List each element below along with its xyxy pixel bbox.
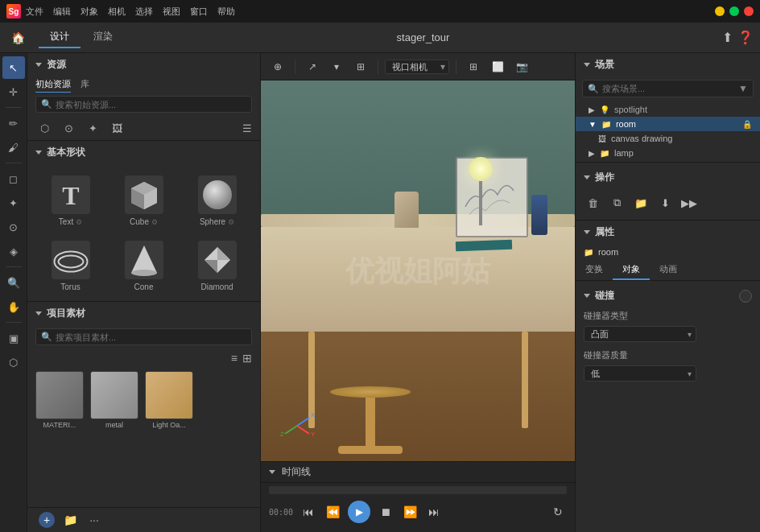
tab-initial-assets[interactable]: 初始资源 bbox=[35, 76, 71, 93]
grab-tool-btn[interactable]: ✋ bbox=[2, 295, 25, 318]
camera-tool-btn[interactable]: ⊙ bbox=[2, 216, 25, 238]
assets-header[interactable]: 资源 bbox=[27, 53, 260, 76]
export-icon[interactable]: ⬆ bbox=[722, 30, 733, 45]
move-tool-btn[interactable]: ✛ bbox=[2, 80, 25, 103]
shape-cone[interactable]: Cone bbox=[109, 234, 179, 296]
shape-sphere-settings[interactable]: ⚙ bbox=[228, 218, 234, 226]
stop-btn[interactable]: ⏹ bbox=[377, 503, 394, 521]
props-tab-animation[interactable]: 动画 bbox=[650, 260, 687, 280]
svg-text:X: X bbox=[311, 411, 316, 419]
select-tool-btn[interactable]: ↖ bbox=[2, 56, 25, 79]
tab-render[interactable]: 渲染 bbox=[82, 27, 124, 48]
props-header[interactable]: 属性 bbox=[576, 221, 760, 244]
scene-item-room[interactable]: ▼ 📁 room 🔒 bbox=[576, 117, 760, 131]
step-forward-btn[interactable]: ⏩ bbox=[401, 503, 419, 521]
props-tab-object[interactable]: 对象 bbox=[613, 260, 650, 280]
move-gizmo-btn[interactable]: ↗ bbox=[302, 56, 323, 77]
project-list-view-btn[interactable]: ≡ bbox=[231, 352, 238, 365]
menu-object[interactable]: 对象 bbox=[81, 6, 98, 18]
timeline-header[interactable]: 时间线 bbox=[261, 462, 575, 483]
collider-header[interactable]: 碰撞 bbox=[576, 284, 760, 307]
tab-design[interactable]: 设计 bbox=[39, 27, 81, 48]
shapes-header[interactable]: 基本形状 bbox=[27, 141, 260, 164]
step-back-btn[interactable]: ⏪ bbox=[324, 503, 341, 521]
duplicate-btn[interactable]: ⧉ bbox=[606, 192, 627, 213]
scene-filter-btn[interactable]: ▼ bbox=[738, 83, 748, 94]
menu-camera[interactable]: 相机 bbox=[108, 6, 126, 18]
home-button[interactable]: 🏠 bbox=[6, 27, 29, 49]
tab-library[interactable]: 库 bbox=[81, 76, 89, 93]
shape-tool-btn[interactable]: ◻ bbox=[2, 167, 25, 190]
environment-btn[interactable]: ◈ bbox=[2, 240, 25, 262]
anim-btn[interactable]: ▶▶ bbox=[679, 192, 700, 213]
menu-help[interactable]: 帮助 bbox=[217, 6, 235, 18]
light-tool-btn[interactable]: ✦ bbox=[2, 192, 25, 214]
grid-btn[interactable]: ⊞ bbox=[463, 56, 484, 77]
menu-window[interactable]: 窗口 bbox=[190, 6, 208, 18]
sphere-filter-btn[interactable]: ⊙ bbox=[60, 119, 77, 137]
dropdown-arrow-btn[interactable]: ▾ bbox=[326, 56, 347, 77]
shape-diamond[interactable]: Diamond bbox=[182, 234, 252, 296]
material-metal[interactable]: metal bbox=[90, 371, 138, 429]
collider-toggle[interactable] bbox=[739, 290, 752, 303]
scene-item-lamp[interactable]: ▶ 📁 lamp bbox=[576, 146, 760, 160]
window-controls bbox=[715, 6, 754, 16]
shape-torus[interactable]: Torus bbox=[35, 234, 105, 296]
camera-select[interactable]: 视口相机 透视相机 正交相机 bbox=[385, 60, 449, 74]
shape-text-settings[interactable]: ⚙ bbox=[76, 218, 82, 226]
project-grid-view-btn[interactable]: ⊞ bbox=[242, 352, 252, 365]
rewind-btn[interactable]: ⏮ bbox=[299, 503, 317, 521]
search-tool-btn[interactable]: 🔍 bbox=[2, 271, 25, 294]
material-default[interactable]: MATERI... bbox=[35, 371, 84, 429]
pencil-tool-btn[interactable]: ✏ bbox=[2, 112, 25, 134]
minimize-button[interactable] bbox=[715, 6, 725, 16]
help-icon[interactable]: ❓ bbox=[737, 30, 754, 45]
menu-view[interactable]: 视图 bbox=[163, 6, 180, 18]
material-folder-btn[interactable]: 📁 bbox=[61, 511, 79, 529]
scene-search-input[interactable] bbox=[602, 84, 738, 93]
props-tab-transform[interactable]: 变换 bbox=[576, 260, 613, 280]
assets-search-input[interactable] bbox=[56, 100, 246, 109]
light-filter-btn[interactable]: ✦ bbox=[84, 119, 101, 137]
delete-btn[interactable]: 🗑 bbox=[582, 192, 603, 213]
paint-tool-btn[interactable]: 🖌 bbox=[2, 136, 25, 159]
group-btn[interactable]: 📁 bbox=[630, 192, 651, 213]
shape-cube[interactable]: Cube ⚙ bbox=[109, 169, 179, 231]
fast-forward-btn[interactable]: ⏭ bbox=[425, 503, 443, 521]
image-filter-btn[interactable]: 🖼 bbox=[108, 119, 126, 137]
list-view-btn[interactable]: ☰ bbox=[242, 122, 252, 134]
ops-header[interactable]: 操作 bbox=[576, 166, 760, 189]
timeline-scrubber[interactable] bbox=[269, 486, 567, 494]
menu-edit[interactable]: 编辑 bbox=[53, 6, 71, 18]
material-light-oak[interactable]: Light Oa... bbox=[145, 371, 193, 429]
vase bbox=[393, 175, 421, 232]
frame-btn[interactable]: ⬜ bbox=[487, 56, 508, 77]
layer-tool-btn[interactable]: ▣ bbox=[2, 327, 25, 349]
shape-cube-settings[interactable]: ⚙ bbox=[151, 218, 158, 226]
collider-quality-select[interactable]: 低 中 高 bbox=[584, 365, 696, 381]
shape-sphere-icon bbox=[196, 174, 238, 216]
cube-filter-btn[interactable]: ⬡ bbox=[35, 119, 53, 137]
loop-btn[interactable]: ↻ bbox=[549, 503, 567, 521]
scene-header[interactable]: 场景 bbox=[576, 53, 760, 76]
add-material-btn[interactable]: + bbox=[39, 512, 55, 528]
shape-text[interactable]: T Text ⚙ bbox=[35, 169, 105, 231]
material-more-btn[interactable]: ··· bbox=[85, 511, 103, 529]
download-btn[interactable]: ⬇ bbox=[655, 192, 675, 213]
maximize-button[interactable] bbox=[729, 6, 739, 16]
menu-file[interactable]: 文件 bbox=[26, 6, 43, 18]
scene-item-spotlight[interactable]: ▶ 💡 spotlight bbox=[576, 102, 760, 117]
scene-item-canvas[interactable]: 🖼 canvas drawing bbox=[576, 131, 760, 146]
play-btn[interactable]: ▶ bbox=[348, 501, 370, 523]
shapes-label: 基本形状 bbox=[47, 146, 85, 159]
menu-select[interactable]: 选择 bbox=[135, 6, 153, 18]
screenshot-btn[interactable]: 📷 bbox=[511, 56, 532, 77]
collider-type-select[interactable]: 凸面 凹面 盒体 球体 胶囊 bbox=[584, 326, 696, 342]
project-assets-header[interactable]: 项目素材 bbox=[27, 302, 260, 325]
shape-sphere[interactable]: Sphere ⚙ bbox=[182, 169, 252, 231]
transform-btn[interactable]: ⊞ bbox=[350, 56, 371, 77]
close-button[interactable] bbox=[744, 6, 754, 16]
export-tool-btn[interactable]: ⬡ bbox=[2, 351, 25, 373]
project-search-input[interactable] bbox=[56, 332, 246, 342]
snap-btn[interactable]: ⊕ bbox=[267, 56, 288, 77]
